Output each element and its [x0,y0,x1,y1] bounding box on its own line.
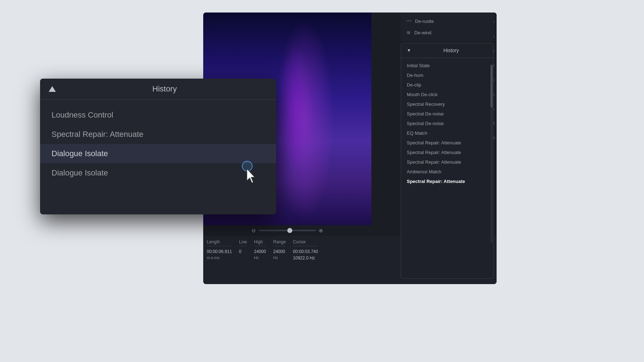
history-item-spectral-de-noise-1[interactable]: Spectral De-noise [401,109,493,119]
history-item-ambience-match[interactable]: Ambience Match [401,167,493,177]
info-col-low: Low 0 [239,239,247,281]
length-header: Length [207,239,232,246]
cursor-header: Cursor [293,239,318,246]
history-popup: History Loudness Control Spectral Repair… [40,79,276,214]
history-item-initial-state[interactable]: Initial State [401,61,493,70]
info-col-length: Length 00:00:06.911 m:s.ms [207,239,232,281]
popup-triangle-icon [49,86,56,92]
history-panel-header: ▼ History [401,43,493,58]
de-rustle-label: De-rustle [415,19,434,24]
info-col-high: High 24000 Hz [254,239,266,281]
popup-title: History [62,84,268,94]
history-item-spectral-repair-3[interactable]: Spectral Repair: Attenuate [401,157,493,167]
popup-item-dialogue-isolate-2[interactable]: Dialogue Isolate [40,163,276,183]
h-zoom-out-button[interactable]: ⊖ [252,228,256,233]
high-header: High [254,239,266,246]
popup-item-loudness-control[interactable]: Loudness Control [40,105,276,125]
de-wind-item[interactable]: ≋ De-wind [401,27,494,38]
history-item-spectral-repair-4[interactable]: Spectral Repair: Attenuate [401,177,493,186]
popup-item-spectral-repair[interactable]: Spectral Repair: Attenuate [40,125,276,144]
de-rustle-item[interactable]: 〰 De-rustle [401,15,494,27]
de-wind-label: De-wind [414,30,431,35]
history-collapse-icon[interactable]: ▼ [407,48,411,53]
popup-header: History [40,79,276,100]
history-item-de-clip[interactable]: De-clip [401,80,493,90]
popup-item-dialogue-isolate-1[interactable]: Dialogue Isolate [40,144,276,163]
range-value: 24000 [273,249,286,254]
history-item-spectral-repair-1[interactable]: Spectral Repair: Attenuate [401,138,493,148]
history-item-spectral-recovery[interactable]: Spectral Recovery [401,99,493,109]
history-list: Initial State De-hum De-clip Mouth De-cl… [401,58,493,189]
history-item-spectral-repair-2[interactable]: Spectral Repair: Attenuate [401,148,493,157]
history-item-spectral-de-noise-2[interactable]: Spectral De-noise [401,119,493,128]
horizontal-zoom-slider[interactable] [259,230,316,231]
high-unit: Hz [254,256,266,260]
history-item-de-hum[interactable]: De-hum [401,70,493,80]
low-header: Low [239,239,247,246]
history-item-mouth-de-click[interactable]: Mouth De-click [401,90,493,99]
history-panel: ▼ History Initial State De-hum De-clip M… [401,43,494,279]
low-value: 0 [239,249,247,254]
length-value: 00:00:06.911 [207,249,232,254]
history-item-eq-match[interactable]: EQ Match [401,128,493,138]
length-format: m:s.ms [207,256,232,260]
range-header: Range [273,239,286,246]
range-unit: Hz [273,256,286,260]
horizontal-zoom-thumb [287,228,292,233]
popup-list: Loudness Control Spectral Repair: Attenu… [40,100,276,188]
top-items-panel: 〰 De-rustle ≋ De-wind [401,13,494,41]
de-rustle-icon: 〰 [406,18,411,24]
info-col-cursor: Cursor 00:00:03.740 10922.0 Hz [293,239,318,281]
cursor-freq-value: 10922.0 Hz [293,256,318,261]
horizontal-zoom-bar: ⊖ ⊕ [203,225,371,236]
high-value: 24000 [254,249,266,254]
info-col-range: Range 24000 Hz [273,239,286,281]
h-zoom-in-button[interactable]: ⊕ [319,228,323,233]
history-scrollbar-thumb [491,65,493,108]
history-scrollbar[interactable] [491,65,493,243]
cursor-time-value: 00:00:03.740 [293,249,318,254]
history-panel-title: History [415,48,488,53]
de-wind-icon: ≋ [406,30,411,35]
